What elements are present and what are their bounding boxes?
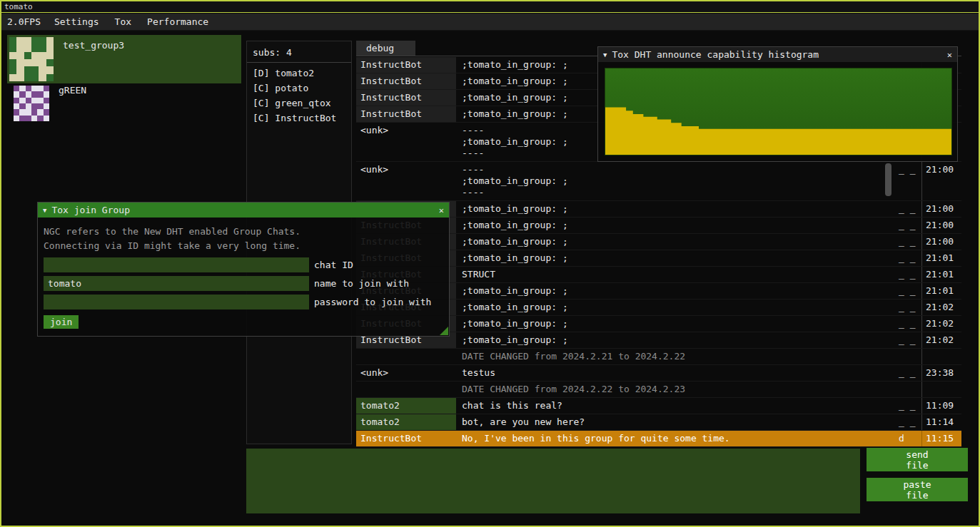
chat-message-row: tomato2 chat is this real? _ _ 11:09 (356, 398, 961, 414)
message-status: _ _ (897, 162, 921, 200)
message-status: _ _ (897, 201, 921, 217)
message-time: 21:01 (921, 283, 961, 299)
member-list-item[interactable]: [D] tomato2 (247, 66, 351, 81)
join-group-body: NGC refers to the New DHT enabled Group … (38, 218, 449, 329)
chat-id-input[interactable] (44, 257, 309, 272)
message-text: chat is this real? (456, 398, 897, 414)
collapse-icon[interactable]: ▼ (43, 207, 46, 214)
message-text: ;tomato_in_group: ; (456, 332, 897, 348)
message-status: _ _ (897, 250, 921, 266)
message-status: _ _ (897, 283, 921, 299)
message-status: _ _ (897, 218, 921, 233)
message-status (897, 382, 921, 397)
group-name: test_group3 (63, 40, 124, 83)
message-text: No, I've been in this group for quite so… (456, 431, 897, 446)
message-status: _ _ (897, 332, 921, 348)
join-fields: chat ID tomato name to join with passwor… (44, 257, 443, 329)
menubar: 2.0FPS Settings Tox Performance (1, 14, 979, 31)
member-list: [D] tomato2 [C] potato [C] green_qtox [C… (247, 63, 351, 126)
message-author: <unk> (356, 123, 456, 161)
member-list-item[interactable]: [C] InstructBot (247, 111, 351, 126)
dht-histogram-titlebar[interactable]: ▼ Tox DHT announce capability histogram … (598, 47, 957, 62)
message-status: _ _ (897, 365, 921, 381)
dht-histogram-window: ▼ Tox DHT announce capability histogram … (597, 46, 958, 162)
message-status: _ _ (897, 398, 921, 414)
tab-debug[interactable]: debug (356, 41, 415, 56)
join-password-row: password to join with (44, 295, 443, 309)
dht-histogram-area (605, 68, 951, 155)
chat-message-row: tomato2 bot, are you new here? _ _ 11:14 (356, 414, 961, 431)
chat-id-row: chat ID (44, 257, 443, 272)
message-time: 23:38 (921, 365, 961, 381)
sidebar-item-green[interactable]: gREEN (7, 85, 241, 125)
message-author: InstructBot (356, 73, 456, 89)
message-text: ;tomato_in_group: ; (456, 300, 897, 315)
join-group-title: Tox join Group (51, 205, 130, 215)
menu-item[interactable]: Performance (139, 14, 216, 30)
menu-item[interactable]: Settings (46, 14, 107, 30)
member-list-item[interactable]: [C] green_qtox (247, 96, 351, 111)
group-avatar (14, 86, 49, 121)
message-text: testus (456, 365, 897, 381)
message-status: _ _ (897, 234, 921, 250)
collapse-icon[interactable]: ▼ (603, 51, 607, 58)
paste-file-button[interactable]: paste file (867, 478, 968, 501)
message-author: tomato2 (356, 398, 456, 414)
fps-counter: 2.0FPS (1, 14, 46, 30)
message-author: tomato2 (356, 414, 456, 430)
message-time: 21:02 (921, 316, 961, 332)
chat-message-row: DATE CHANGED from 2024.2.22 to 2024.2.23 (356, 382, 961, 398)
message-time: 11:09 (921, 398, 961, 414)
message-author: InstructBot (356, 90, 456, 106)
message-text: ;tomato_in_group: ; (456, 316, 897, 332)
send-file-button[interactable]: send file (867, 448, 968, 471)
dht-histogram-plot (605, 68, 952, 155)
menu-item[interactable]: Tox (107, 14, 139, 30)
message-text: bot, are you new here? (456, 414, 897, 430)
message-status (897, 349, 921, 364)
group-avatar (9, 37, 54, 81)
message-author: InstructBot (356, 431, 456, 446)
message-status: _ _ (897, 300, 921, 315)
message-status: _ _ (897, 414, 921, 430)
message-time (921, 349, 961, 364)
message-text: ;tomato_in_group: ; (456, 250, 897, 266)
message-input[interactable] (246, 449, 860, 513)
chat-message-row: <unk> testus _ _ 23:38 (356, 365, 961, 382)
group-name: gREEN (59, 85, 86, 125)
close-icon[interactable]: ✕ (439, 205, 444, 215)
message-author: <unk> (356, 162, 456, 200)
message-author: InstructBot (356, 106, 456, 122)
member-list-item[interactable]: [C] potato (247, 81, 351, 96)
ngc-info-line-1: NGC refers to the New DHT enabled Group … (44, 225, 443, 239)
chat-scrollbar[interactable] (885, 163, 891, 196)
chat-message-row: DATE CHANGED from 2024.2.21 to 2024.2.22 (356, 349, 961, 365)
message-time: 21:01 (921, 267, 961, 282)
subs-count: subs: 4 (247, 41, 351, 63)
message-time: 11:14 (921, 414, 961, 430)
join-group-window: ▼ Tox join Group ✕ NGC refers to the New… (37, 202, 450, 337)
message-text: STRUCT (456, 267, 897, 282)
message-time: 11:15 (921, 431, 961, 446)
window-titlebar[interactable]: tomato (1, 1, 979, 13)
join-name-label: name to join with (314, 278, 409, 289)
sidebar-item-test-group3[interactable]: test_group3 (7, 35, 241, 83)
chat-message-row: <unk> ---- ;tomato_in_group: ; ---- _ _ … (356, 162, 961, 201)
resize-grip[interactable] (440, 327, 448, 335)
message-time: 21:02 (921, 332, 961, 348)
join-name-input[interactable]: tomato (44, 276, 309, 291)
message-status: _ _ (897, 267, 921, 282)
close-icon[interactable]: ✕ (947, 50, 952, 60)
join-button[interactable]: join (44, 315, 79, 329)
join-password-input[interactable] (44, 295, 309, 309)
message-time: 21:02 (921, 300, 961, 315)
message-text: ;tomato_in_group: ; (456, 218, 897, 233)
join-group-titlebar[interactable]: ▼ Tox join Group ✕ (38, 203, 449, 218)
menu-items: Settings Tox Performance (46, 14, 216, 30)
window-title: tomato (4, 2, 33, 11)
message-status: _ _ (897, 316, 921, 332)
chat-id-label: chat ID (314, 260, 353, 270)
message-text: DATE CHANGED from 2024.2.21 to 2024.2.22 (456, 349, 897, 364)
message-author: InstructBot (356, 57, 456, 73)
message-text: ;tomato_in_group: ; (456, 283, 897, 299)
